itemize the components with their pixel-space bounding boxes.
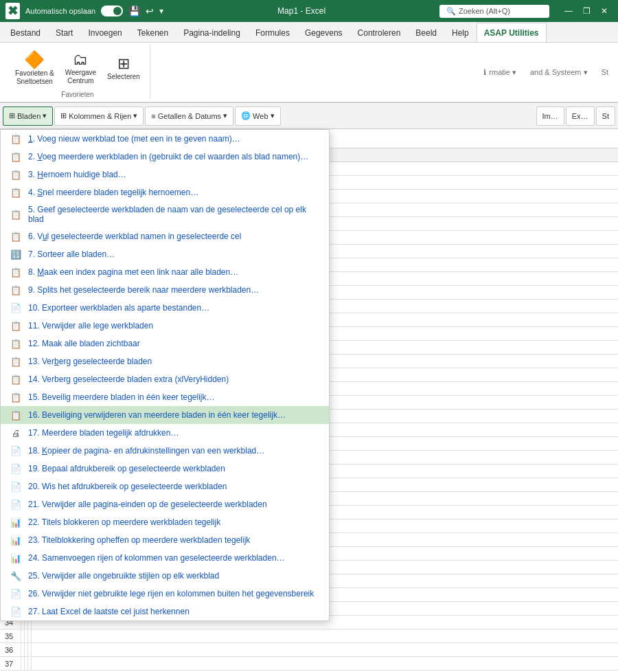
ribbon-content: 🔶 Favorieten &Sneltoetsen 🗂 WeergaveCent…: [0, 43, 618, 103]
weergave-centrum-button[interactable]: 🗂 WeergaveCentrum: [61, 48, 100, 88]
bladen-item-13[interactable]: 📋 13. Verberg geselecteerde bladen: [1, 352, 329, 370]
informatie-button[interactable]: ℹ rmatie ▾: [479, 67, 520, 78]
st-button[interactable]: St: [597, 67, 613, 78]
close-button[interactable]: ✕: [596, 3, 613, 19]
bladen-item-7[interactable]: 🔢 7. Sorteer alle bladen…: [1, 245, 329, 263]
bladen-item-23[interactable]: 📊 23. Titelblokkering opheffen op meerde…: [1, 531, 329, 549]
getallen-datums-dropdown-button[interactable]: ≡ Getallen & Datums ▾: [145, 107, 233, 126]
bladen-item-17[interactable]: 🖨 17. Meerdere bladen tegelijk afdrukken…: [1, 424, 329, 442]
getallen-chevron-icon: ▾: [223, 111, 227, 120]
web-icon: 🌐: [241, 111, 251, 120]
tab-beeld[interactable]: Beeld: [408, 23, 444, 42]
item11-icon: 📋: [9, 320, 23, 331]
bladen-item-16[interactable]: 📋 16. Beveiliging verwijderen van meerde…: [1, 406, 329, 424]
bladen-item-20[interactable]: 📄 20. Wis het afdrukbereik op geselectee…: [1, 478, 329, 495]
search-icon: 🔍: [446, 7, 456, 16]
grid-row-35: [18, 629, 618, 643]
item17-icon: 🖨: [9, 427, 23, 438]
item1-icon: 📋: [9, 133, 23, 144]
bladen-item-2[interactable]: 📋 2. Voeg meerdere werkbladen in (gebrui…: [1, 148, 329, 166]
bladen-dropdown-menu: 📋 1. Voeg nieuw werkblad toe (met een in…: [0, 129, 330, 621]
search-box[interactable]: 🔍 Zoeken (Alt+Q): [439, 5, 549, 18]
item16-icon: 📋: [9, 410, 23, 421]
tab-asap-utilities[interactable]: ASAP Utilities: [477, 23, 547, 42]
bladen-item-1[interactable]: 📋 1. Voeg nieuw werkblad toe (met een in…: [1, 130, 329, 148]
web-chevron-icon: ▾: [271, 111, 275, 120]
land-systeem-button[interactable]: and & Systeem ▾: [526, 67, 592, 78]
bladen-item-9[interactable]: 📋 9. Splits het geselecteerde bereik naa…: [1, 281, 329, 299]
bladen-item-11[interactable]: 📋 11. Verwijder alle lege werkbladen: [1, 317, 329, 335]
bladen-item-15[interactable]: 📋 15. Beveilig meerdere bladen in één ke…: [1, 388, 329, 406]
quick-access-icon[interactable]: ▾: [159, 6, 163, 16]
bladen-item-8[interactable]: 📋 8. Maak een index pagina met een link …: [1, 263, 329, 281]
bladen-item-26[interactable]: 📄 26. Verwijder niet gebruikte lege rije…: [1, 585, 329, 603]
bladen-item-18[interactable]: 📄 18. Kopieer de pagina- en afdrukinstel…: [1, 442, 329, 460]
tab-bestand[interactable]: Bestand: [3, 23, 48, 42]
star-icon: 🔶: [24, 50, 45, 69]
tab-pagina-indeling[interactable]: Pagina-indeling: [176, 23, 248, 42]
st-toolbar-button[interactable]: St: [596, 107, 615, 126]
minimize-button[interactable]: —: [560, 3, 577, 19]
bladen-label: Bladen: [17, 112, 41, 120]
item13-icon: 📋: [9, 356, 23, 367]
bladen-dropdown-button[interactable]: ⊞ Bladen ▾: [3, 107, 53, 126]
tab-formules[interactable]: Formules: [248, 23, 297, 42]
item2-icon: 📋: [9, 151, 23, 162]
row-num-37[interactable]: 37: [0, 657, 18, 671]
bladen-item-21[interactable]: 📄 21. Verwijder alle pagina-einden op de…: [1, 495, 329, 513]
web-dropdown-button[interactable]: 🌐 Web ▾: [235, 107, 280, 126]
bladen-item-6[interactable]: 📋 6. Vul geselecteerde werkblad namen in…: [1, 227, 329, 245]
item5-icon: 📋: [9, 209, 23, 220]
selecteren-button[interactable]: ⊞ Selecteren: [103, 52, 144, 84]
row-num-35[interactable]: 35: [0, 629, 18, 643]
grid-icon: 🗂: [73, 51, 88, 69]
bladen-chevron-icon: ▾: [43, 111, 47, 120]
grid-row-36: [18, 643, 618, 657]
bladen-item-19[interactable]: 📄 19. Bepaal afdrukbereik op geselecteer…: [1, 460, 329, 478]
bladen-item-3[interactable]: 📋 3. Hernoem huidige blad…: [1, 166, 329, 183]
item12-icon: 📋: [9, 338, 23, 349]
bladen-item-27[interactable]: 📄 27. Laat Excel de laatste cel juist he…: [1, 603, 329, 620]
bladen-item-4[interactable]: 📋 4. Snel meerdere bladen tegelijk herno…: [1, 183, 329, 201]
bladen-item-5[interactable]: 📋 5. Geef geselecteerde werkbladen de na…: [1, 201, 329, 227]
item9-icon: 📋: [9, 284, 23, 295]
restore-button[interactable]: ❐: [578, 3, 595, 19]
tab-start[interactable]: Start: [48, 23, 80, 42]
item15-icon: 📋: [9, 392, 23, 403]
item23-icon: 📊: [9, 535, 23, 546]
bladen-item-25[interactable]: 🔧 25. Verwijder alle ongebruikte stijlen…: [1, 567, 329, 585]
grid-row-37: [18, 657, 618, 671]
item26-icon: 📄: [9, 588, 23, 599]
save-icon[interactable]: 💾: [128, 5, 140, 16]
tab-gegevens[interactable]: Gegevens: [297, 23, 350, 42]
cell-extra-35[interactable]: [32, 629, 618, 643]
bladen-item-22[interactable]: 📊 22. Titels blokkeren op meerdere werkb…: [1, 513, 329, 531]
im-button[interactable]: Im…: [536, 107, 564, 126]
tab-controleren[interactable]: Controleren: [350, 23, 409, 42]
cell-extra-37[interactable]: [32, 657, 618, 671]
bladen-item-10[interactable]: 📄 10. Exporteer werkbladen als aparte be…: [1, 299, 329, 317]
item8-icon: 📋: [9, 267, 23, 278]
favorieten-button[interactable]: 🔶 Favorieten &Sneltoetsen: [11, 47, 58, 89]
getallen-label: Getallen & Datums: [158, 112, 221, 120]
autosave-toggle[interactable]: [101, 5, 123, 16]
tab-invoegen[interactable]: Invoegen: [80, 23, 129, 42]
kolommen-rijen-dropdown-button[interactable]: ⊞ Kolommen & Rijen ▾: [54, 107, 144, 126]
kolommen-chevron-icon: ▾: [133, 111, 137, 120]
info-icon: ℹ: [483, 68, 486, 77]
bladen-item-14[interactable]: 📋 14. Verberg geselecteerde bladen extra…: [1, 370, 329, 388]
columns-icon: ⊞: [60, 111, 67, 120]
bladen-item-12[interactable]: 📋 12. Maak alle bladen zichtbaar: [1, 335, 329, 352]
ex-button[interactable]: Ex…: [566, 107, 595, 126]
bladen-item-24[interactable]: 📊 24. Samenvoegen rijen of kolommen van …: [1, 549, 329, 567]
item27-icon: 📄: [9, 606, 23, 617]
item3-icon: 📋: [9, 169, 23, 180]
row-num-36[interactable]: 36: [0, 643, 18, 657]
item18-icon: 📄: [9, 445, 23, 456]
undo-icon[interactable]: ↩: [146, 5, 154, 16]
tab-tekenen[interactable]: Tekenen: [130, 23, 176, 42]
cell-extra-36[interactable]: [32, 643, 618, 657]
tab-help[interactable]: Help: [444, 23, 477, 42]
ribbon-tabs-bar: Bestand Start Invoegen Tekenen Pagina-in…: [0, 22, 618, 43]
item6-icon: 📋: [9, 231, 23, 242]
